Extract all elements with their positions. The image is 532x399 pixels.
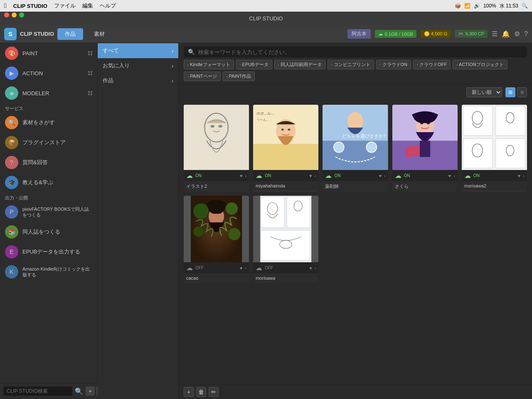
filter-epub[interactable]: ‹ EPUBデータ (236, 60, 272, 69)
user-name: 阿古本 (347, 29, 371, 39)
minimize-button[interactable] (12, 12, 17, 17)
edit-work-button[interactable]: ✏ (209, 387, 219, 397)
sidebar-item-plugin[interactable]: 📦 プラグインストア (0, 133, 97, 153)
cloud-icon-5: ☁ (186, 264, 193, 272)
view-toggle: ⊞ ≡ (505, 87, 527, 97)
sidebar-search-input[interactable] (3, 387, 72, 396)
teach-label: 教える&学ぶ (22, 179, 53, 186)
work-card-3[interactable]: ☁ ON ♥ › さくら (392, 105, 458, 192)
epub-icon: E (5, 245, 18, 259)
menu-file[interactable]: ファイル (54, 2, 76, 10)
heart-btn-3[interactable]: ♥ (448, 173, 451, 178)
more-btn-4[interactable]: › (523, 173, 525, 178)
more-btn-3[interactable]: › (453, 173, 455, 178)
main-layout: 🎨 PAINT ▶ ACTION ◈ MODELER サ (0, 43, 532, 399)
filter-kindle[interactable]: ‹ Kindleフォーマット (184, 60, 234, 69)
heart-btn-2[interactable]: ♥ (379, 173, 382, 178)
kindle-icon: K (5, 265, 18, 278)
more-btn-0[interactable]: › (245, 173, 247, 178)
maximize-button[interactable] (19, 12, 24, 17)
work-title-2: 薬剤師 (325, 183, 339, 190)
sidebar-item-kindle[interactable]: K Amazon Kindle向けコミックを出版する (0, 262, 97, 282)
filter-doujin[interactable]: ‹ 同人誌印刷用データ (274, 60, 325, 69)
cat-item-all[interactable]: すべて › (98, 43, 178, 58)
action-icon: ▶ (5, 66, 18, 80)
menu-edit[interactable]: 編集 (82, 2, 93, 10)
cat-item-favorite[interactable]: お気に入り › (98, 58, 178, 73)
more-btn-2[interactable]: › (384, 173, 386, 178)
cloud-icon-4: ☁ (464, 172, 471, 180)
work-card-0[interactable]: ☁ ON ♥ › イラスト2 (184, 105, 249, 192)
sidebar-item-qa[interactable]: ? 質問&回答 (0, 153, 97, 172)
delete-work-button[interactable]: 🗑 (196, 387, 206, 397)
filter-action[interactable]: ‹ ACTIONプロジェクト (453, 60, 507, 69)
cloud-icon-2: ☁ (325, 172, 332, 180)
svg-rect-42 (261, 231, 310, 260)
content-search-input[interactable] (198, 49, 523, 55)
settings-icon[interactable]: ⚙ (514, 30, 520, 38)
apple-menu[interactable]:  (4, 2, 7, 10)
svg-point-2 (210, 125, 214, 128)
cloud-status-5: OFF (195, 266, 204, 270)
work-card-6[interactable]: ☁ OFF ♥ › morisawa (253, 196, 318, 283)
filter-cloud-on[interactable]: ‹ クラウドON (376, 60, 411, 69)
sidebar-item-epub[interactable]: E EPUBデータを出力する (0, 242, 97, 262)
filter-cloud-off[interactable]: ‹ クラウドOFF (413, 60, 451, 69)
work-title-row-5: cacao (184, 273, 249, 283)
app-menu-name[interactable]: CLIP STUDIO (13, 3, 47, 9)
work-card-4[interactable]: ☁ ON ♥ › morisawa2 (462, 105, 527, 192)
sidebar-search-icon[interactable]: 🔍 (75, 387, 83, 395)
paint-icon: 🎨 (5, 47, 18, 60)
work-footer-1: ☁ ON ♥ › (253, 170, 318, 181)
artwork-sketch (184, 105, 249, 170)
search-menubar-icon[interactable]: 🔍 (522, 3, 528, 9)
cloud-icon-6: ☁ (256, 264, 262, 272)
sidebar-item-paint[interactable]: 🎨 PAINT (0, 43, 97, 63)
cloud-icon-3: ☁ (395, 172, 401, 180)
kindle-label: Amazon Kindle向けコミックを出版する (22, 266, 92, 278)
sort-select[interactable]: 新しい順 (466, 87, 502, 97)
grid-view-button[interactable]: ⊞ (505, 87, 515, 97)
heart-btn-6[interactable]: ♥ (309, 266, 312, 271)
cat-all-label: すべて (103, 47, 119, 54)
more-btn-1[interactable]: › (315, 173, 316, 178)
more-btn-5[interactable]: › (245, 266, 247, 271)
notification-icon[interactable]: 🔔 (502, 30, 510, 38)
sidebar-item-pixiv[interactable]: P pixivFACTORY BOOKSで同人誌をつくる (0, 202, 97, 222)
paint-label: PAINT (22, 50, 38, 57)
menu-icon[interactable]: ☰ (492, 30, 498, 38)
work-card-5[interactable]: ☁ OFF ♥ › cacao (184, 196, 249, 283)
app-container: S CLIP STUDIO 作品 素材 阿古本 ☁ 0.1GB / 10GB 🪙… (0, 25, 532, 399)
more-btn-6[interactable]: › (315, 266, 316, 271)
sidebar-item-modeler[interactable]: ◈ MODELER (0, 83, 97, 103)
heart-btn-4[interactable]: ♥ (518, 173, 521, 178)
sidebar-item-action[interactable]: ▶ ACTION (0, 63, 97, 83)
wifi-icon: 📶 (464, 3, 470, 9)
sidebar-item-doujin[interactable]: 📚 同人誌をつくる (0, 222, 97, 242)
cloud-status-3: ON (404, 173, 410, 178)
heart-btn-5[interactable]: ♥ (240, 266, 243, 271)
heart-btn-0[interactable]: ♥ (240, 173, 243, 178)
filter-paint-page[interactable]: ‹ PAINTページ (184, 71, 221, 81)
work-card-1[interactable]: ホポ...ル... うーん... ☁ ON ♥ › miyahahainsta (253, 105, 318, 192)
tab-sakuhin[interactable]: 作品 (57, 28, 83, 40)
add-folder-button[interactable]: + (86, 387, 95, 396)
close-button[interactable] (4, 12, 9, 17)
menu-help[interactable]: ヘルプ (100, 2, 116, 10)
add-work-button[interactable]: + (184, 387, 194, 397)
filter-conbini[interactable]: ‹ コンビニプリント (328, 60, 374, 69)
svg-rect-24 (463, 106, 493, 135)
list-view-button[interactable]: ≡ (517, 87, 527, 97)
cat-item-sakuhin[interactable]: 作品 › (98, 73, 178, 88)
help-icon[interactable]: ? (524, 30, 528, 38)
modeler-grid-icon (88, 91, 92, 95)
cloud-status-0: ON (195, 173, 202, 178)
battery-text: 100% (483, 3, 496, 9)
filter-paint-work[interactable]: ‹ PAINT作品 (223, 71, 255, 81)
heart-btn-1[interactable]: ♥ (309, 173, 312, 178)
sidebar-item-material[interactable]: 🔍 素材をさがす (0, 113, 97, 133)
sidebar-item-teach[interactable]: 🎓 教える&学ぶ (0, 172, 97, 192)
tab-sozai[interactable]: 素材 (86, 28, 112, 40)
titlebar: CLIP STUDIO (0, 12, 532, 25)
work-card-2[interactable]: どちらを選びますか? ☁ ON ♥ › 薬剤師 (323, 105, 388, 192)
